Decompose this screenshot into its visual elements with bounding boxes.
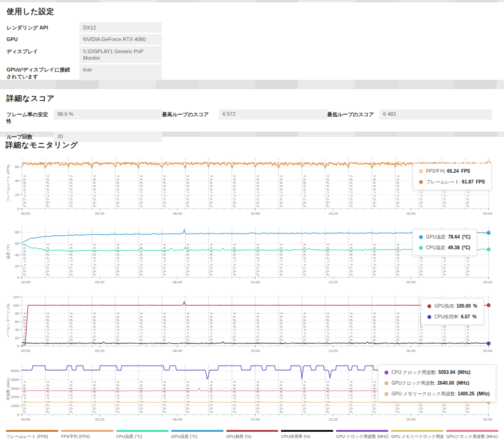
series-color-dot bbox=[385, 381, 388, 385]
svg-text:06:40: 06:40 bbox=[173, 417, 182, 422]
loop-marker-label: グラフィックステスト bbox=[256, 380, 260, 414]
setting-value-render-api: DX12 bbox=[79, 22, 162, 33]
loop-marker-label: グラフィックステスト bbox=[23, 174, 27, 208]
loop-marker-label: グラフィックステスト bbox=[210, 174, 213, 208]
series-end-dot bbox=[487, 231, 490, 235]
loop-marker-label: グラフィックステスト bbox=[256, 243, 260, 276]
loop-marker-label: グラフィックステスト bbox=[326, 174, 330, 208]
svg-text:2000: 2000 bbox=[11, 395, 19, 399]
scores-section-title: 詳細なスコア bbox=[7, 89, 497, 109]
series-color-bar bbox=[281, 430, 333, 432]
loop-marker-label: グラフィックステスト bbox=[373, 174, 377, 208]
series-legend-item: GPU温度 (°C) bbox=[171, 430, 224, 440]
series-legend-label: CPU温度 (°C) bbox=[116, 434, 168, 440]
series-legend-label: GPU温度 (°C) bbox=[171, 434, 224, 440]
loop-marker-label: グラフィックステスト bbox=[140, 243, 143, 276]
loop-marker-label: グラフィックステスト bbox=[373, 243, 377, 276]
chart-legend-item: FPS平均: 65.24 FPS bbox=[419, 168, 485, 175]
series-color-bar bbox=[336, 430, 388, 432]
svg-text:13:20: 13:20 bbox=[329, 211, 338, 216]
svg-text:100: 100 bbox=[13, 303, 20, 308]
series-legend-label: CPU クロック周波数 (MHz) bbox=[336, 434, 388, 440]
series-color-dot bbox=[385, 392, 388, 396]
loop-marker-label: グラフィックステスト bbox=[326, 311, 330, 345]
svg-text:20:00: 20:00 bbox=[483, 280, 493, 284]
loop-marker-label: グラフィックステスト bbox=[350, 243, 353, 276]
series-legend-text: CPU使用率: 6.07 % bbox=[434, 314, 476, 320]
loop-marker-label: グラフィックステスト bbox=[116, 311, 120, 345]
chart-legend-item: GPU負荷: 100.00 % bbox=[427, 303, 477, 309]
svg-text:40: 40 bbox=[15, 179, 19, 183]
chart-legend-item: CPU温度: 49.38 (°C) bbox=[419, 245, 470, 251]
series-legend-label: フレームレート (FPS) bbox=[6, 434, 58, 440]
series-color-dot bbox=[419, 246, 423, 250]
series-color-bar bbox=[226, 430, 279, 432]
loop-marker-label: グラフィックステスト bbox=[70, 174, 73, 208]
svg-text:00:00: 00:00 bbox=[21, 349, 31, 353]
chart-tooltip-frequency: CPU クロック周波数: 5053.94 (MHz)GPUクロック周波数: 26… bbox=[378, 365, 496, 402]
series-legend-item: CPU クロック周波数 (MHz) bbox=[336, 430, 388, 440]
chart-clock-frequency: 010002000300040005000周波数 (MHz)00:0003:20… bbox=[5, 361, 499, 427]
loop-marker-label: グラフィックステスト bbox=[70, 243, 73, 276]
loop-marker-label: グラフィックステスト bbox=[46, 311, 50, 345]
series-legend-text: CPU温度: 49.38 (°C) bbox=[426, 245, 470, 251]
series-legend-label: GPU メモリークロック周波数 (MHz) bbox=[391, 434, 443, 440]
series-legend-item: GPU負荷 (%) bbox=[226, 430, 279, 440]
svg-text:周波数 (MHz): 周波数 (MHz) bbox=[6, 378, 10, 400]
chart-legend-item: GPU メモリークロック周波数: 1400.25 (MHz) bbox=[385, 391, 490, 397]
svg-text:06:40: 06:40 bbox=[173, 280, 182, 284]
loop-marker-label: グラフィックステスト bbox=[116, 174, 120, 208]
settings-grid: レンダリング API DX12 GPU NVIDIA GeForce RTX 4… bbox=[7, 22, 497, 80]
loop-marker-label: グラフィックステスト bbox=[326, 243, 330, 276]
series-legend-text: CPU クロック周波数: 5053.94 (MHz) bbox=[392, 369, 470, 376]
svg-text:06:40: 06:40 bbox=[173, 349, 182, 353]
loop-marker-label: グラフィックステスト bbox=[373, 311, 377, 345]
loop-marker-label: グラフィックステスト bbox=[23, 380, 27, 414]
setting-label-display: ディスプレイ bbox=[7, 46, 79, 63]
loop-marker-label: グラフィックステスト bbox=[93, 243, 97, 276]
score-label-best-loop: 最高ループのスコア bbox=[162, 109, 219, 118]
loop-marker-label: グラフィックステスト bbox=[46, 243, 50, 276]
svg-text:20:00: 20:00 bbox=[483, 417, 493, 422]
monitoring-section: 詳細なモニタリング 0204060フレームレート (FPS)00:0003:20… bbox=[0, 137, 504, 443]
series-color-dot bbox=[419, 169, 423, 173]
chart-tooltip-temperature: GPU温度: 78.64 (°C)CPU温度: 49.38 (°C) bbox=[413, 229, 477, 256]
score-value-best-loop: 6 572 bbox=[219, 109, 327, 120]
svg-text:13:20: 13:20 bbox=[329, 280, 338, 284]
svg-text:40: 40 bbox=[15, 328, 19, 332]
background-pattern-strip bbox=[0, 80, 504, 89]
chart-series-legend: フレームレート (FPS)FPS平均 (FPS)CPU温度 (°C)GPU温度 … bbox=[6, 430, 498, 440]
svg-text:60: 60 bbox=[15, 320, 19, 324]
setting-label-gpu: GPU bbox=[7, 34, 79, 44]
svg-text:0: 0 bbox=[17, 413, 20, 417]
svg-text:00:00: 00:00 bbox=[21, 280, 31, 284]
loop-marker-label: グラフィックステスト bbox=[256, 311, 260, 345]
series-legend-item: GPU メモリークロック周波数 (MHz) bbox=[391, 430, 443, 440]
chart-legend-item: フレームレート: 61.87 FPS bbox=[419, 179, 485, 185]
svg-text:10:00: 10:00 bbox=[251, 417, 260, 422]
svg-text:0: 0 bbox=[17, 275, 20, 280]
loop-marker-label: グラフィックステスト bbox=[140, 311, 143, 345]
series-color-dot bbox=[427, 304, 431, 308]
series-color-bar bbox=[171, 430, 224, 432]
loop-marker-label: グラフィックステスト bbox=[116, 380, 120, 414]
svg-text:10:00: 10:00 bbox=[251, 211, 260, 216]
svg-text:03:20: 03:20 bbox=[95, 417, 105, 422]
loop-marker-label: グラフィックステスト bbox=[233, 174, 237, 208]
loop-marker-label: グラフィックステスト bbox=[163, 380, 167, 414]
svg-text:20: 20 bbox=[15, 264, 19, 268]
series-legend-item: FPS平均 (FPS) bbox=[61, 430, 113, 440]
chart-tooltip-fps: FPS平均: 65.24 FPSフレームレート: 61.87 FPS bbox=[413, 163, 491, 190]
score-label-loop-count: ループ回数 bbox=[7, 132, 54, 140]
loop-marker-label: グラフィックステスト bbox=[326, 380, 330, 414]
setting-label-render-api: レンダリング API bbox=[7, 22, 79, 33]
svg-text:03:20: 03:20 bbox=[95, 349, 105, 353]
loop-marker-label: グラフィックステスト bbox=[23, 243, 27, 276]
svg-text:16:40: 16:40 bbox=[406, 349, 416, 353]
setting-label-gpu-connected: GPUがディスプレイに接続されています bbox=[7, 64, 79, 80]
svg-text:80: 80 bbox=[15, 230, 19, 234]
svg-text:00:00: 00:00 bbox=[21, 211, 31, 216]
setting-value-gpu-connected: true bbox=[79, 64, 162, 80]
svg-text:10:00: 10:00 bbox=[251, 280, 260, 284]
loop-marker-label: グラフィックステスト bbox=[46, 380, 50, 414]
